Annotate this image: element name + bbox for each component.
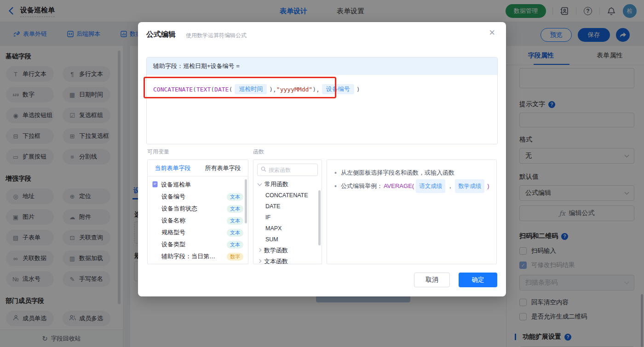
function-group-text[interactable]: 文本函数 [253, 256, 322, 264]
tab-current-form-fields[interactable]: 当前表单字段 [148, 160, 198, 176]
formula-token: ( [211, 86, 214, 93]
chevron-right-icon [258, 259, 261, 262]
form-doc-icon [152, 181, 158, 189]
variables-scrollbar[interactable] [245, 179, 247, 223]
tip-line-1: • 从左侧面板选择字段名和函数，或输入函数 [334, 166, 489, 179]
type-badge: 文本 [227, 241, 243, 249]
variables-label: 可用变量 [147, 148, 169, 156]
close-icon[interactable]: × [489, 28, 495, 38]
variable-row[interactable]: 规格型号文本 [148, 227, 248, 239]
function-search-box [257, 164, 318, 176]
formula-token: TEXT [196, 86, 211, 93]
modal-subtitle: 使用数学运算符编辑公式 [186, 32, 247, 40]
formula-token: ), [269, 86, 276, 93]
search-icon [261, 166, 266, 173]
variable-row[interactable]: 设备名称文本 [148, 215, 248, 227]
variable-row[interactable]: 设备当前状态文本 [148, 203, 248, 215]
function-item[interactable]: CONCATENATE [253, 190, 322, 201]
formula-token: ( [193, 86, 196, 93]
formula-editor: 辅助字段：巡检日期+设备编号 = CONCATENATE ( TEXT ( DA… [146, 57, 498, 144]
type-badge: 文本 [227, 205, 243, 213]
modal-title: 公式编辑 [146, 30, 176, 40]
type-badge: 文本 [227, 217, 243, 225]
chevron-right-icon [258, 248, 261, 251]
app-root: 设备巡检单 表单设计 表单设置 数据管理 ? 检 [0, 0, 644, 347]
example-field-chip: 语文成绩 [416, 179, 445, 193]
tips-panel: • 从左侧面板选择字段名和函数，或输入函数 • 公式编辑举例： AVERAGE(… [327, 159, 497, 264]
confirm-button[interactable]: 确定 [459, 273, 497, 287]
functions-scrollbar[interactable] [318, 190, 321, 245]
formula-expression[interactable]: CONCATENATE ( TEXT ( DATE ( 巡检时间 ), "yyy… [147, 75, 497, 103]
bullet-icon: • [334, 166, 337, 179]
example-field-chip: 数学成绩 [455, 179, 484, 193]
tab-all-form-fields[interactable]: 所有表单字段 [198, 160, 248, 176]
formula-edit-modal: 公式编辑 使用数学运算符编辑公式 × 辅助字段：巡检日期+设备编号 = CONC… [138, 22, 506, 296]
functions-label: 函数 [253, 148, 264, 156]
variable-row[interactable]: 辅助字段：当日第几次...数字 [148, 250, 248, 262]
formula-token: DATE [214, 86, 229, 93]
function-group-common[interactable]: 常用函数 [253, 179, 322, 190]
variable-row[interactable]: 设备类型文本 [148, 239, 248, 250]
formula-token: "yyyyMMdd" [276, 86, 312, 93]
type-badge: 数字 [227, 253, 243, 261]
function-search-input[interactable] [269, 167, 315, 173]
function-item[interactable]: SUM [253, 234, 322, 245]
functions-panel: 常用函数 CONCATENATE DATE IF MAPX SUM 数学函数 文… [253, 159, 322, 264]
formula-field-chip[interactable]: 设备编号 [322, 84, 354, 94]
variables-root-row[interactable]: 设备巡检单 [148, 179, 248, 191]
tip-line-2: • 公式编辑举例： AVERAGE( 语文成绩 ， 数学成绩 ) [334, 179, 489, 193]
function-item[interactable]: MAPX [253, 223, 322, 234]
formula-token: CONCATENATE [153, 86, 193, 93]
formula-target-label: 辅助字段：巡检日期+设备编号 = [147, 57, 497, 75]
cancel-button[interactable]: 取消 [414, 273, 450, 287]
chevron-down-icon [258, 182, 262, 186]
formula-token: ) [356, 86, 360, 93]
bullet-icon: • [334, 180, 337, 193]
formula-token: ), [312, 86, 320, 93]
example-function-name: AVERAGE( [384, 180, 414, 193]
function-item[interactable]: DATE [253, 201, 322, 212]
type-badge: 文本 [227, 229, 243, 237]
function-item[interactable]: IF [253, 212, 322, 223]
variables-tabs: 当前表单字段 所有表单字段 [148, 160, 248, 176]
variables-panel: 当前表单字段 所有表单字段 设备巡检单 设备编号文本 设备当前状态文本 设备名称… [147, 159, 248, 264]
type-badge: 文本 [227, 193, 243, 201]
function-group-math[interactable]: 数学函数 [253, 245, 322, 256]
variable-row[interactable]: 设备编号文本 [148, 191, 248, 203]
formula-token: ( [229, 86, 232, 93]
formula-field-chip[interactable]: 巡检时间 [235, 84, 267, 94]
